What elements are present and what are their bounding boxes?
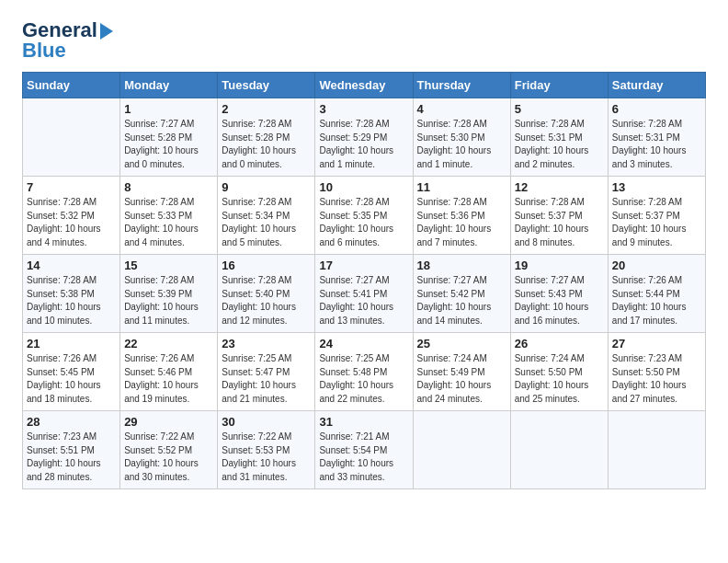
- day-number: 3: [319, 102, 408, 116]
- day-info: Sunrise: 7:28 AM Sunset: 5:32 PM Dayligh…: [27, 196, 116, 249]
- day-info: Sunrise: 7:28 AM Sunset: 5:39 PM Dayligh…: [124, 274, 213, 327]
- calendar-week-row: 21Sunrise: 7:26 AM Sunset: 5:45 PM Dayli…: [23, 333, 706, 411]
- day-number: 5: [515, 102, 604, 116]
- day-number: 31: [319, 415, 408, 429]
- day-info: Sunrise: 7:28 AM Sunset: 5:30 PM Dayligh…: [417, 118, 506, 171]
- calendar-day-cell: 31Sunrise: 7:21 AM Sunset: 5:54 PM Dayli…: [315, 411, 413, 489]
- calendar-day-cell: 3Sunrise: 7:28 AM Sunset: 5:29 PM Daylig…: [315, 98, 413, 177]
- day-info: Sunrise: 7:23 AM Sunset: 5:50 PM Dayligh…: [612, 352, 701, 406]
- calendar-day-cell: 29Sunrise: 7:22 AM Sunset: 5:52 PM Dayli…: [120, 411, 218, 489]
- calendar-day-cell: 27Sunrise: 7:23 AM Sunset: 5:50 PM Dayli…: [608, 333, 705, 411]
- calendar-day-cell: 16Sunrise: 7:28 AM Sunset: 5:40 PM Dayli…: [218, 255, 315, 333]
- calendar-day-cell: 15Sunrise: 7:28 AM Sunset: 5:39 PM Dayli…: [120, 255, 218, 333]
- calendar-day-cell: 10Sunrise: 7:28 AM Sunset: 5:35 PM Dayli…: [315, 177, 413, 255]
- calendar-day-cell: 20Sunrise: 7:26 AM Sunset: 5:44 PM Dayli…: [608, 255, 705, 333]
- day-number: 8: [124, 180, 213, 194]
- calendar-day-cell: 26Sunrise: 7:24 AM Sunset: 5:50 PM Dayli…: [510, 333, 608, 411]
- day-number: 30: [222, 415, 311, 429]
- calendar-day-cell: 9Sunrise: 7:28 AM Sunset: 5:34 PM Daylig…: [218, 177, 315, 255]
- day-number: 17: [319, 259, 408, 272]
- calendar-day-cell: 5Sunrise: 7:28 AM Sunset: 5:31 PM Daylig…: [510, 98, 608, 177]
- calendar-day-cell: [413, 411, 510, 489]
- day-info: Sunrise: 7:28 AM Sunset: 5:35 PM Dayligh…: [319, 196, 408, 249]
- calendar-day-cell: 24Sunrise: 7:25 AM Sunset: 5:48 PM Dayli…: [315, 333, 413, 411]
- day-info: Sunrise: 7:22 AM Sunset: 5:52 PM Dayligh…: [124, 431, 213, 484]
- day-info: Sunrise: 7:28 AM Sunset: 5:34 PM Dayligh…: [222, 196, 311, 249]
- day-number: 12: [515, 180, 604, 194]
- weekday-header-cell: Saturday: [608, 73, 705, 98]
- day-info: Sunrise: 7:28 AM Sunset: 5:29 PM Dayligh…: [319, 118, 408, 171]
- day-info: Sunrise: 7:27 AM Sunset: 5:28 PM Dayligh…: [124, 118, 213, 171]
- calendar-day-cell: 30Sunrise: 7:22 AM Sunset: 5:53 PM Dayli…: [218, 411, 315, 489]
- weekday-header-cell: Sunday: [23, 73, 120, 98]
- day-number: 13: [612, 180, 701, 194]
- day-number: 25: [417, 337, 506, 350]
- weekday-header-cell: Monday: [120, 73, 218, 98]
- calendar-day-cell: 28Sunrise: 7:23 AM Sunset: 5:51 PM Dayli…: [23, 411, 120, 489]
- calendar-week-row: 1Sunrise: 7:27 AM Sunset: 5:28 PM Daylig…: [23, 98, 706, 177]
- calendar-day-cell: 22Sunrise: 7:26 AM Sunset: 5:46 PM Dayli…: [120, 333, 218, 411]
- day-number: 11: [417, 180, 506, 194]
- calendar-table: SundayMondayTuesdayWednesdayThursdayFrid…: [22, 72, 706, 489]
- calendar-day-cell: 14Sunrise: 7:28 AM Sunset: 5:38 PM Dayli…: [23, 255, 120, 333]
- logo: General Blue: [22, 18, 113, 63]
- weekday-header-cell: Tuesday: [218, 73, 315, 98]
- day-info: Sunrise: 7:25 AM Sunset: 5:47 PM Dayligh…: [222, 352, 311, 406]
- day-number: 6: [612, 102, 701, 116]
- header: General Blue: [22, 18, 706, 63]
- weekday-header-cell: Friday: [510, 73, 608, 98]
- day-info: Sunrise: 7:28 AM Sunset: 5:31 PM Dayligh…: [515, 118, 604, 171]
- day-number: 2: [222, 102, 311, 116]
- day-number: 26: [515, 337, 604, 350]
- day-info: Sunrise: 7:26 AM Sunset: 5:44 PM Dayligh…: [612, 274, 701, 327]
- calendar-day-cell: 7Sunrise: 7:28 AM Sunset: 5:32 PM Daylig…: [23, 177, 120, 255]
- day-number: 14: [27, 259, 116, 272]
- calendar-day-cell: 11Sunrise: 7:28 AM Sunset: 5:36 PM Dayli…: [413, 177, 510, 255]
- calendar-day-cell: 21Sunrise: 7:26 AM Sunset: 5:45 PM Dayli…: [23, 333, 120, 411]
- calendar-week-row: 7Sunrise: 7:28 AM Sunset: 5:32 PM Daylig…: [23, 177, 706, 255]
- day-number: 28: [27, 415, 116, 429]
- day-info: Sunrise: 7:28 AM Sunset: 5:37 PM Dayligh…: [515, 196, 604, 249]
- day-number: 22: [124, 337, 213, 350]
- calendar-day-cell: 4Sunrise: 7:28 AM Sunset: 5:30 PM Daylig…: [413, 98, 510, 177]
- day-info: Sunrise: 7:24 AM Sunset: 5:49 PM Dayligh…: [417, 352, 506, 406]
- day-info: Sunrise: 7:28 AM Sunset: 5:36 PM Dayligh…: [417, 196, 506, 249]
- calendar-day-cell: 19Sunrise: 7:27 AM Sunset: 5:43 PM Dayli…: [510, 255, 608, 333]
- day-number: 19: [515, 259, 604, 272]
- day-number: 1: [124, 102, 213, 116]
- calendar-week-row: 14Sunrise: 7:28 AM Sunset: 5:38 PM Dayli…: [23, 255, 706, 333]
- day-number: 9: [222, 180, 311, 194]
- logo-arrow-icon: [100, 23, 113, 40]
- calendar-day-cell: 17Sunrise: 7:27 AM Sunset: 5:41 PM Dayli…: [315, 255, 413, 333]
- day-info: Sunrise: 7:28 AM Sunset: 5:40 PM Dayligh…: [222, 274, 311, 327]
- day-info: Sunrise: 7:28 AM Sunset: 5:28 PM Dayligh…: [222, 118, 311, 171]
- day-number: 10: [319, 180, 408, 194]
- day-info: Sunrise: 7:28 AM Sunset: 5:33 PM Dayligh…: [124, 196, 213, 249]
- day-info: Sunrise: 7:26 AM Sunset: 5:46 PM Dayligh…: [124, 352, 213, 406]
- weekday-header-cell: Thursday: [413, 73, 510, 98]
- calendar-day-cell: 23Sunrise: 7:25 AM Sunset: 5:47 PM Dayli…: [218, 333, 315, 411]
- logo-blue: Blue: [22, 39, 66, 63]
- day-number: 16: [222, 259, 311, 272]
- calendar-day-cell: 8Sunrise: 7:28 AM Sunset: 5:33 PM Daylig…: [120, 177, 218, 255]
- day-number: 15: [124, 259, 213, 272]
- day-number: 29: [124, 415, 213, 429]
- weekday-header-row: SundayMondayTuesdayWednesdayThursdayFrid…: [23, 73, 706, 98]
- calendar-day-cell: 18Sunrise: 7:27 AM Sunset: 5:42 PM Dayli…: [413, 255, 510, 333]
- day-info: Sunrise: 7:26 AM Sunset: 5:45 PM Dayligh…: [27, 352, 116, 406]
- day-number: 21: [27, 337, 116, 350]
- day-info: Sunrise: 7:28 AM Sunset: 5:37 PM Dayligh…: [612, 196, 701, 249]
- calendar-day-cell: [608, 411, 705, 489]
- day-info: Sunrise: 7:21 AM Sunset: 5:54 PM Dayligh…: [319, 431, 408, 484]
- calendar-body: 1Sunrise: 7:27 AM Sunset: 5:28 PM Daylig…: [23, 98, 706, 489]
- calendar-day-cell: [510, 411, 608, 489]
- day-info: Sunrise: 7:25 AM Sunset: 5:48 PM Dayligh…: [319, 352, 408, 406]
- day-info: Sunrise: 7:28 AM Sunset: 5:31 PM Dayligh…: [612, 118, 701, 171]
- day-number: 18: [417, 259, 506, 272]
- day-info: Sunrise: 7:23 AM Sunset: 5:51 PM Dayligh…: [27, 431, 116, 484]
- day-info: Sunrise: 7:27 AM Sunset: 5:43 PM Dayligh…: [515, 274, 604, 327]
- day-number: 23: [222, 337, 311, 350]
- day-info: Sunrise: 7:22 AM Sunset: 5:53 PM Dayligh…: [222, 431, 311, 484]
- calendar-day-cell: 6Sunrise: 7:28 AM Sunset: 5:31 PM Daylig…: [608, 98, 705, 177]
- calendar-day-cell: 12Sunrise: 7:28 AM Sunset: 5:37 PM Dayli…: [510, 177, 608, 255]
